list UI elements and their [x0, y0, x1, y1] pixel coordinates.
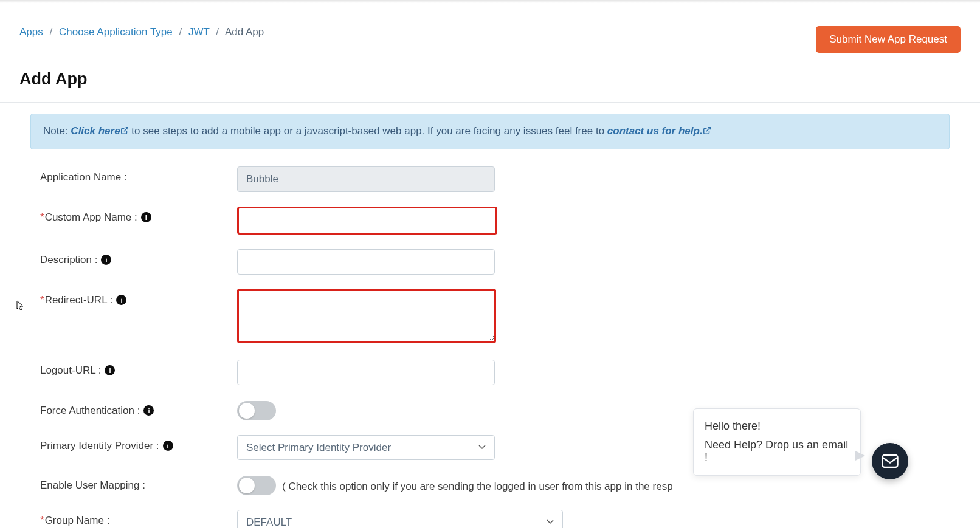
info-icon[interactable]: i [105, 365, 115, 375]
contact-us-link[interactable]: contact us for help. [607, 125, 711, 137]
primary-idp-select[interactable]: Select Primary Identity Provider [237, 435, 495, 460]
custom-app-name-label: Custom App Name : [45, 211, 137, 223]
group-name-select[interactable]: DEFAULT [237, 510, 563, 528]
note-prefix: Note: [43, 125, 71, 137]
chat-bubble: Hello there! Need Help? Drop us an email… [693, 408, 861, 476]
toggle-knob [239, 478, 255, 493]
breadcrumb-jwt[interactable]: JWT [188, 26, 210, 38]
info-icon[interactable]: i [163, 441, 173, 451]
external-link-icon [120, 126, 129, 138]
breadcrumb-current: Add App [225, 26, 264, 38]
submit-new-app-request-button[interactable]: Submit New App Request [816, 26, 961, 53]
info-icon[interactable]: i [141, 212, 151, 222]
primary-idp-label: Primary Identity Provider : [40, 440, 159, 452]
enable-user-mapping-label: Enable User Mapping : [40, 479, 145, 492]
enable-user-mapping-toggle[interactable] [237, 476, 276, 495]
breadcrumb-choose[interactable]: Choose Application Type [59, 26, 173, 38]
force-auth-label: Force Authentication : [40, 405, 140, 417]
note-box: Note: Click here to see steps to add a m… [30, 114, 950, 149]
chat-fab-button[interactable] [872, 443, 908, 479]
note-mid: to see steps to add a mobile app or a ja… [131, 125, 607, 137]
info-icon[interactable]: i [143, 405, 154, 416]
application-name-label: Application Name : [40, 171, 127, 183]
breadcrumb: Apps / Choose Application Type / JWT / A… [19, 26, 264, 38]
toggle-knob [239, 403, 255, 419]
description-input[interactable] [237, 249, 495, 275]
svg-line-1 [706, 127, 709, 131]
description-label: Description : [40, 254, 97, 266]
force-auth-toggle[interactable] [237, 401, 276, 420]
chat-line2: Need Help? Drop us an email ! [705, 439, 849, 464]
page-title: Add App [19, 70, 961, 89]
group-name-label: Group Name : [45, 515, 110, 526]
breadcrumb-sep: / [179, 26, 182, 38]
svg-line-0 [123, 127, 127, 131]
redirect-url-label: Redirect-URL : [45, 294, 113, 306]
custom-app-name-input[interactable] [237, 207, 497, 235]
redirect-url-textarea[interactable] [237, 289, 496, 343]
enable-user-mapping-hint: ( Check this option only if you are send… [282, 477, 673, 493]
divider [0, 102, 980, 103]
svg-rect-2 [883, 455, 898, 467]
external-link-icon [703, 126, 711, 138]
breadcrumb-sep: / [49, 26, 52, 38]
click-here-link[interactable]: Click here [71, 125, 128, 137]
chat-pointer-icon [855, 451, 865, 463]
logout-url-label: Logout-URL : [40, 365, 101, 377]
application-name-input [237, 166, 495, 192]
info-icon[interactable]: i [101, 255, 111, 265]
cursor-icon [16, 300, 25, 314]
breadcrumb-sep: / [216, 26, 219, 38]
breadcrumb-apps[interactable]: Apps [19, 26, 43, 38]
chat-line1: Hello there! [705, 420, 849, 433]
info-icon[interactable]: i [116, 295, 126, 305]
mail-icon [881, 452, 899, 470]
logout-url-input[interactable] [237, 360, 495, 385]
